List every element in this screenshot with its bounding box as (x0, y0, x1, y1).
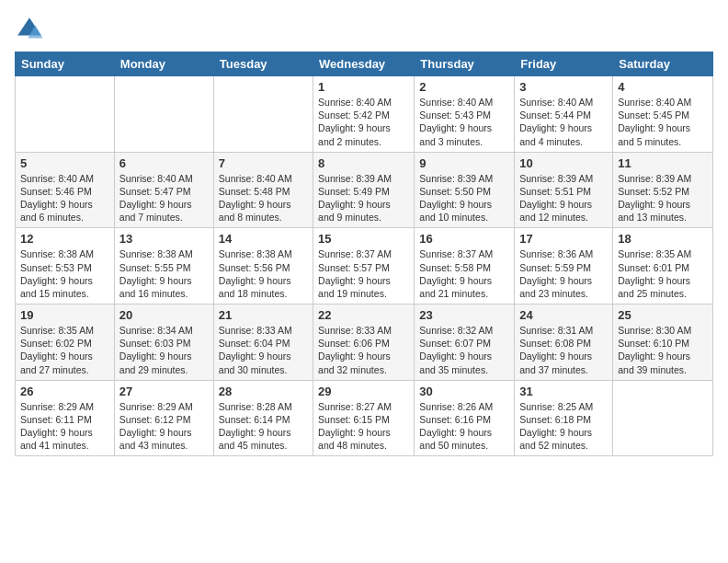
day-number: 1 (318, 80, 409, 94)
calendar-table: SundayMondayTuesdayWednesdayThursdayFrid… (15, 52, 713, 456)
calendar-cell: 2Sunrise: 8:40 AM Sunset: 5:43 PM Daylig… (415, 76, 515, 153)
day-info: Sunrise: 8:39 AM Sunset: 5:49 PM Dayligh… (318, 172, 409, 224)
day-number: 17 (519, 232, 608, 246)
calendar-cell (16, 76, 115, 153)
day-number: 23 (419, 308, 509, 322)
calendar-cell: 1Sunrise: 8:40 AM Sunset: 5:42 PM Daylig… (313, 76, 415, 153)
day-info: Sunrise: 8:33 AM Sunset: 6:06 PM Dayligh… (318, 324, 409, 376)
day-info: Sunrise: 8:29 AM Sunset: 6:11 PM Dayligh… (20, 400, 109, 453)
day-number: 27 (119, 385, 209, 398)
day-number: 28 (219, 385, 308, 398)
logo-icon (15, 15, 44, 44)
calendar-cell: 5Sunrise: 8:40 AM Sunset: 5:46 PM Daylig… (16, 152, 115, 228)
page-header (15, 15, 713, 44)
calendar-cell: 17Sunrise: 8:36 AM Sunset: 5:59 PM Dayli… (515, 228, 613, 304)
day-info: Sunrise: 8:38 AM Sunset: 5:56 PM Dayligh… (219, 247, 308, 300)
day-number: 10 (519, 156, 608, 170)
calendar-cell: 13Sunrise: 8:38 AM Sunset: 5:55 PM Dayli… (114, 228, 213, 304)
day-number: 15 (318, 232, 409, 246)
day-info: Sunrise: 8:40 AM Sunset: 5:47 PM Dayligh… (119, 172, 209, 224)
weekday-header-friday: Friday (515, 52, 613, 76)
day-info: Sunrise: 8:33 AM Sunset: 6:04 PM Dayligh… (219, 324, 308, 376)
calendar-cell: 7Sunrise: 8:40 AM Sunset: 5:48 PM Daylig… (213, 152, 313, 228)
calendar-cell: 27Sunrise: 8:29 AM Sunset: 6:12 PM Dayli… (114, 380, 213, 456)
calendar-cell: 30Sunrise: 8:26 AM Sunset: 6:16 PM Dayli… (415, 380, 515, 456)
logo (15, 15, 48, 44)
day-info: Sunrise: 8:27 AM Sunset: 6:15 PM Dayligh… (318, 400, 409, 453)
day-number: 19 (20, 308, 109, 322)
day-info: Sunrise: 8:30 AM Sunset: 6:10 PM Dayligh… (618, 324, 708, 376)
day-info: Sunrise: 8:36 AM Sunset: 5:59 PM Dayligh… (519, 247, 608, 300)
day-number: 24 (519, 308, 608, 322)
calendar-cell: 9Sunrise: 8:39 AM Sunset: 5:50 PM Daylig… (415, 152, 515, 228)
day-info: Sunrise: 8:40 AM Sunset: 5:45 PM Dayligh… (618, 96, 708, 148)
day-number: 2 (419, 80, 509, 94)
calendar-cell: 8Sunrise: 8:39 AM Sunset: 5:49 PM Daylig… (313, 152, 415, 228)
calendar-cell: 15Sunrise: 8:37 AM Sunset: 5:57 PM Dayli… (313, 228, 415, 304)
day-info: Sunrise: 8:40 AM Sunset: 5:42 PM Dayligh… (318, 96, 409, 148)
day-number: 7 (219, 156, 308, 170)
day-info: Sunrise: 8:35 AM Sunset: 6:01 PM Dayligh… (618, 247, 708, 300)
day-number: 9 (419, 156, 509, 170)
day-number: 26 (20, 385, 109, 398)
calendar-cell: 21Sunrise: 8:33 AM Sunset: 6:04 PM Dayli… (213, 304, 313, 381)
day-number: 29 (318, 385, 409, 398)
day-info: Sunrise: 8:37 AM Sunset: 5:58 PM Dayligh… (419, 247, 509, 300)
day-info: Sunrise: 8:26 AM Sunset: 6:16 PM Dayligh… (419, 400, 509, 453)
calendar-cell: 4Sunrise: 8:40 AM Sunset: 5:45 PM Daylig… (613, 76, 713, 153)
day-info: Sunrise: 8:35 AM Sunset: 6:02 PM Dayligh… (20, 324, 109, 376)
calendar-cell: 18Sunrise: 8:35 AM Sunset: 6:01 PM Dayli… (613, 228, 713, 304)
calendar-cell: 10Sunrise: 8:39 AM Sunset: 5:51 PM Dayli… (515, 152, 613, 228)
day-number: 25 (618, 308, 708, 322)
day-number: 18 (618, 232, 708, 246)
calendar-cell (613, 380, 713, 456)
calendar-cell: 20Sunrise: 8:34 AM Sunset: 6:03 PM Dayli… (114, 304, 213, 381)
calendar-cell: 6Sunrise: 8:40 AM Sunset: 5:47 PM Daylig… (114, 152, 213, 228)
day-info: Sunrise: 8:40 AM Sunset: 5:48 PM Dayligh… (219, 172, 308, 224)
calendar-week-2: 5Sunrise: 8:40 AM Sunset: 5:46 PM Daylig… (16, 152, 713, 228)
calendar-cell: 29Sunrise: 8:27 AM Sunset: 6:15 PM Dayli… (313, 380, 415, 456)
day-info: Sunrise: 8:40 AM Sunset: 5:43 PM Dayligh… (419, 96, 509, 148)
calendar-cell: 16Sunrise: 8:37 AM Sunset: 5:58 PM Dayli… (415, 228, 515, 304)
day-info: Sunrise: 8:28 AM Sunset: 6:14 PM Dayligh… (219, 400, 308, 453)
calendar-cell: 24Sunrise: 8:31 AM Sunset: 6:08 PM Dayli… (515, 304, 613, 381)
calendar-cell (114, 76, 213, 153)
weekday-header-saturday: Saturday (613, 52, 713, 76)
calendar-cell: 19Sunrise: 8:35 AM Sunset: 6:02 PM Dayli… (16, 304, 115, 381)
day-info: Sunrise: 8:39 AM Sunset: 5:51 PM Dayligh… (519, 172, 608, 224)
day-info: Sunrise: 8:32 AM Sunset: 6:07 PM Dayligh… (419, 324, 509, 376)
day-info: Sunrise: 8:39 AM Sunset: 5:50 PM Dayligh… (419, 172, 509, 224)
calendar-cell: 3Sunrise: 8:40 AM Sunset: 5:44 PM Daylig… (515, 76, 613, 153)
day-number: 20 (119, 308, 209, 322)
day-info: Sunrise: 8:38 AM Sunset: 5:55 PM Dayligh… (119, 247, 209, 300)
day-number: 6 (119, 156, 209, 170)
day-number: 8 (318, 156, 409, 170)
day-number: 21 (219, 308, 308, 322)
calendar-cell: 23Sunrise: 8:32 AM Sunset: 6:07 PM Dayli… (415, 304, 515, 381)
day-info: Sunrise: 8:39 AM Sunset: 5:52 PM Dayligh… (618, 172, 708, 224)
day-number: 31 (519, 385, 608, 398)
calendar-cell: 25Sunrise: 8:30 AM Sunset: 6:10 PM Dayli… (613, 304, 713, 381)
day-number: 11 (618, 156, 708, 170)
calendar-cell: 31Sunrise: 8:25 AM Sunset: 6:18 PM Dayli… (515, 380, 613, 456)
day-info: Sunrise: 8:40 AM Sunset: 5:46 PM Dayligh… (20, 172, 109, 224)
day-number: 3 (519, 80, 608, 94)
weekday-header-wednesday: Wednesday (313, 52, 415, 76)
calendar-cell: 28Sunrise: 8:28 AM Sunset: 6:14 PM Dayli… (213, 380, 313, 456)
day-info: Sunrise: 8:29 AM Sunset: 6:12 PM Dayligh… (119, 400, 209, 453)
calendar-cell: 22Sunrise: 8:33 AM Sunset: 6:06 PM Dayli… (313, 304, 415, 381)
day-number: 12 (20, 232, 109, 246)
day-info: Sunrise: 8:38 AM Sunset: 5:53 PM Dayligh… (20, 247, 109, 300)
weekday-header-thursday: Thursday (415, 52, 515, 76)
day-number: 30 (419, 385, 509, 398)
day-number: 22 (318, 308, 409, 322)
weekday-header-tuesday: Tuesday (213, 52, 313, 76)
weekday-header-monday: Monday (114, 52, 213, 76)
calendar-week-5: 26Sunrise: 8:29 AM Sunset: 6:11 PM Dayli… (16, 380, 713, 456)
day-info: Sunrise: 8:34 AM Sunset: 6:03 PM Dayligh… (119, 324, 209, 376)
calendar-cell: 26Sunrise: 8:29 AM Sunset: 6:11 PM Dayli… (16, 380, 115, 456)
calendar-week-1: 1Sunrise: 8:40 AM Sunset: 5:42 PM Daylig… (16, 76, 713, 153)
day-info: Sunrise: 8:40 AM Sunset: 5:44 PM Dayligh… (519, 96, 608, 148)
day-info: Sunrise: 8:31 AM Sunset: 6:08 PM Dayligh… (519, 324, 608, 376)
day-number: 13 (119, 232, 209, 246)
